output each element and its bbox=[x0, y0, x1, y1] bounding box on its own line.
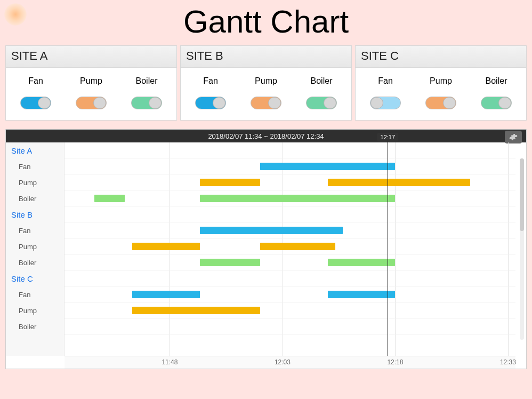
toggle-fan[interactable] bbox=[20, 97, 51, 109]
control-pump: Pump bbox=[76, 76, 107, 109]
group-label: Site A bbox=[6, 142, 65, 158]
row-label: Pump bbox=[6, 238, 65, 254]
toggle-pump[interactable] bbox=[251, 97, 281, 109]
gantt-bar[interactable] bbox=[328, 179, 471, 186]
toggle-pump[interactable] bbox=[425, 97, 456, 109]
control-label: Pump bbox=[80, 76, 102, 86]
time-tick: 12:03 bbox=[275, 358, 291, 366]
toggle-knob bbox=[324, 97, 336, 109]
toggle-knob bbox=[213, 97, 225, 109]
panel-site-b: SITE BFanPumpBoiler bbox=[180, 45, 352, 121]
gantt-bar[interactable] bbox=[94, 195, 124, 202]
row-label: Fan bbox=[6, 286, 65, 302]
panel-body: FanPumpBoiler bbox=[181, 68, 351, 120]
control-panels: SITE AFanPumpBoilerSITE BFanPumpBoilerSI… bbox=[0, 45, 532, 121]
control-label: Boiler bbox=[486, 76, 507, 86]
row-label: Pump bbox=[6, 302, 65, 318]
control-pump: Pump bbox=[425, 76, 456, 109]
toggle-boiler[interactable] bbox=[481, 97, 512, 109]
settings-button[interactable] bbox=[505, 131, 522, 143]
panel-body: FanPumpBoiler bbox=[356, 68, 526, 120]
toggle-knob bbox=[498, 97, 511, 109]
gantt-time-range: 2018/02/07 11:34 ~ 2018/02/07 12:34 bbox=[6, 130, 526, 142]
gantt-bar[interactable] bbox=[328, 291, 396, 298]
panel-body: FanPumpBoiler bbox=[6, 68, 176, 120]
group-row bbox=[65, 206, 515, 222]
toggle-knob bbox=[443, 97, 456, 109]
toggle-knob bbox=[93, 97, 106, 109]
panel-title: SITE B bbox=[181, 46, 351, 68]
gantt-plot[interactable]: 12:17 bbox=[65, 142, 515, 356]
row-label: Pump bbox=[6, 174, 65, 190]
time-tick: 12:18 bbox=[387, 358, 403, 366]
gantt-bar[interactable] bbox=[132, 307, 260, 314]
gantt-row bbox=[65, 318, 515, 334]
logo-icon bbox=[4, 3, 27, 26]
gantt-bar[interactable] bbox=[200, 227, 343, 234]
toggle-knob bbox=[268, 97, 281, 109]
row-label: Fan bbox=[6, 222, 65, 238]
gear-icon bbox=[509, 133, 518, 141]
toggle-boiler[interactable] bbox=[131, 97, 162, 109]
panel-title: SITE C bbox=[356, 46, 526, 68]
control-boiler: Boiler bbox=[306, 76, 337, 109]
row-label: Boiler bbox=[6, 190, 65, 206]
control-label: Fan bbox=[28, 76, 43, 86]
toggle-boiler[interactable] bbox=[306, 97, 337, 109]
gantt-bar[interactable] bbox=[132, 291, 200, 298]
control-fan: Fan bbox=[20, 76, 51, 109]
toggle-pump[interactable] bbox=[76, 97, 107, 109]
toggle-knob bbox=[38, 97, 51, 109]
row-label: Boiler bbox=[6, 318, 65, 334]
control-label: Boiler bbox=[311, 76, 333, 86]
gantt-bar[interactable] bbox=[200, 179, 260, 186]
control-label: Pump bbox=[430, 76, 452, 86]
control-boiler: Boiler bbox=[481, 76, 512, 109]
panel-title: SITE A bbox=[6, 46, 176, 68]
control-fan: Fan bbox=[370, 76, 401, 109]
group-row bbox=[65, 142, 515, 158]
row-labels: Site AFanPumpBoilerSite BFanPumpBoilerSi… bbox=[6, 142, 65, 356]
toggle-fan[interactable] bbox=[370, 97, 401, 109]
vertical-scrollbar[interactable] bbox=[520, 158, 524, 340]
group-label: Site B bbox=[6, 206, 65, 222]
gantt-bar[interactable] bbox=[200, 195, 396, 202]
gantt-bar[interactable] bbox=[260, 163, 396, 170]
group-row bbox=[65, 270, 515, 286]
panel-site-c: SITE CFanPumpBoiler bbox=[355, 45, 527, 121]
gantt-body: Site AFanPumpBoilerSite BFanPumpBoilerSi… bbox=[6, 142, 526, 356]
control-label: Fan bbox=[203, 76, 218, 86]
row-label: Boiler bbox=[6, 254, 65, 270]
control-label: Fan bbox=[378, 76, 393, 86]
control-label: Boiler bbox=[136, 76, 158, 86]
control-pump: Pump bbox=[251, 76, 281, 109]
group-label: Site C bbox=[6, 270, 65, 286]
toggle-knob bbox=[370, 97, 383, 109]
toggle-knob bbox=[149, 97, 162, 109]
gantt-bar[interactable] bbox=[328, 259, 396, 266]
time-tick: 12:33 bbox=[500, 358, 516, 366]
control-label: Pump bbox=[255, 76, 277, 86]
control-boiler: Boiler bbox=[131, 76, 162, 109]
gantt-row bbox=[65, 254, 515, 270]
row-label: Fan bbox=[6, 158, 65, 174]
page-title: Gantt Chart bbox=[0, 0, 532, 45]
gantt-bar[interactable] bbox=[260, 243, 335, 250]
toggle-fan[interactable] bbox=[195, 97, 226, 109]
time-range-label: 2018/02/07 11:34 ~ 2018/02/07 12:34 bbox=[208, 132, 324, 140]
gantt-container: 2018/02/07 11:34 ~ 2018/02/07 12:34 Site… bbox=[5, 129, 527, 369]
panel-site-a: SITE AFanPumpBoiler bbox=[5, 45, 177, 121]
gantt-bar[interactable] bbox=[200, 259, 260, 266]
now-badge: 12:17 bbox=[377, 133, 399, 141]
time-tick: 11:48 bbox=[162, 358, 178, 366]
now-line bbox=[388, 133, 388, 356]
control-fan: Fan bbox=[195, 76, 226, 109]
gantt-bar[interactable] bbox=[132, 243, 200, 250]
time-axis: 11:4812:0312:1812:33 bbox=[65, 356, 515, 369]
